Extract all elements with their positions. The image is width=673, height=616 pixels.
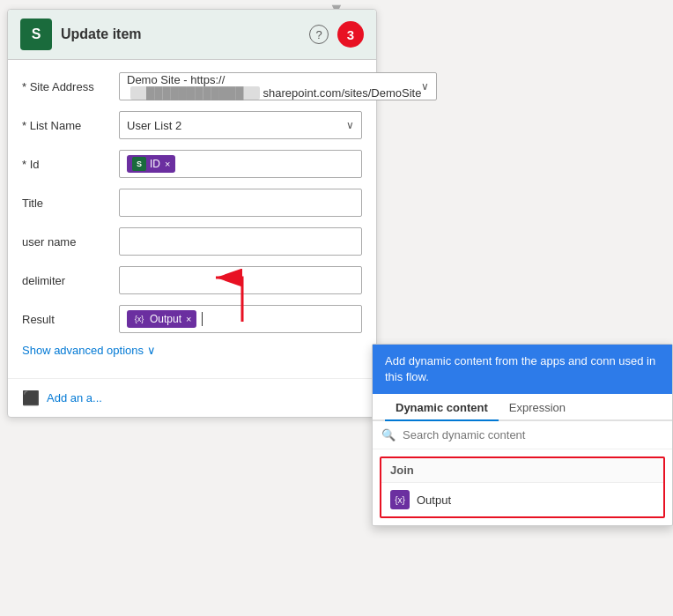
step-badge: 3 bbox=[337, 21, 364, 48]
text-cursor bbox=[202, 312, 203, 326]
list-name-dropdown[interactable]: User List 2 ∨ bbox=[119, 111, 362, 139]
title-field[interactable] bbox=[119, 189, 362, 217]
id-row: * Id S ID × bbox=[22, 150, 362, 178]
id-label: * Id bbox=[22, 158, 119, 171]
add-action-icon: ⬛ bbox=[22, 390, 40, 406]
join-section-label: Join bbox=[381, 458, 663, 483]
result-token-close[interactable]: × bbox=[186, 314, 191, 324]
add-action-label: Add an a... bbox=[47, 391, 102, 404]
title-label: Title bbox=[22, 197, 119, 210]
tab-expression[interactable]: Expression bbox=[499, 394, 576, 419]
result-row: Result {x} Output × bbox=[22, 305, 362, 333]
site-address-value: Demo Site - https://████████████sharepoi… bbox=[127, 73, 421, 100]
delimiter-label: delimiter bbox=[22, 274, 119, 287]
username-row: user name bbox=[22, 227, 362, 256]
result-token: {x} Output × bbox=[127, 310, 196, 328]
output-item-label: Output bbox=[417, 494, 451, 507]
search-dynamic-content-input[interactable] bbox=[403, 428, 663, 442]
id-field[interactable]: S ID × bbox=[119, 150, 362, 178]
card-header: S Update item ? 3 bbox=[8, 10, 376, 60]
username-label: user name bbox=[22, 235, 119, 249]
join-section: Join {x} Output bbox=[380, 456, 665, 518]
card-body: * Site Address Demo Site - https://█████… bbox=[8, 60, 376, 378]
search-icon: 🔍 bbox=[381, 428, 396, 442]
site-address-chevron: ∨ bbox=[421, 80, 429, 93]
list-name-label: * List Name bbox=[22, 119, 119, 132]
help-button[interactable]: ? bbox=[309, 25, 329, 44]
result-field[interactable]: {x} Output × bbox=[119, 305, 362, 333]
advanced-options-toggle[interactable]: Show advanced options ∨ bbox=[22, 344, 156, 357]
update-item-card: S Update item ? 3 * Site Address Demo Si… bbox=[7, 9, 377, 418]
list-name-row: * List Name User List 2 ∨ bbox=[22, 111, 362, 139]
result-label: Result bbox=[22, 313, 119, 326]
id-token-close[interactable]: × bbox=[165, 159, 170, 169]
title-row: Title bbox=[22, 189, 362, 217]
list-name-chevron: ∨ bbox=[346, 119, 354, 131]
result-token-icon: {x} bbox=[132, 312, 146, 326]
id-token: S ID × bbox=[127, 155, 175, 173]
id-token-label: ID bbox=[150, 158, 160, 170]
result-token-label: Output bbox=[150, 313, 181, 325]
add-action-row[interactable]: ⬛ Add an a... bbox=[8, 378, 376, 417]
advanced-chevron-icon: ∨ bbox=[147, 344, 156, 357]
output-token-icon: {x} bbox=[390, 490, 410, 509]
sharepoint-icon: S bbox=[20, 19, 52, 50]
advanced-options-row: Show advanced options ∨ bbox=[22, 344, 362, 357]
output-item[interactable]: {x} Output bbox=[381, 483, 663, 516]
dynamic-content-panel: Add dynamic content from the apps and co… bbox=[372, 344, 673, 526]
delimiter-field[interactable] bbox=[119, 266, 362, 294]
site-address-dropdown[interactable]: Demo Site - https://████████████sharepoi… bbox=[119, 72, 437, 100]
site-address-row: * Site Address Demo Site - https://█████… bbox=[22, 72, 362, 100]
delimiter-row: delimiter bbox=[22, 266, 362, 294]
id-token-icon: S bbox=[132, 157, 146, 171]
list-name-value: User List 2 bbox=[127, 119, 181, 132]
site-address-label: * Site Address bbox=[22, 80, 119, 93]
dynamic-panel-tabs: Dynamic content Expression bbox=[373, 394, 672, 421]
tab-dynamic-content[interactable]: Dynamic content bbox=[385, 394, 499, 421]
dynamic-search-row: 🔍 bbox=[373, 421, 672, 449]
advanced-options-label: Show advanced options bbox=[22, 344, 144, 357]
dynamic-panel-header: Add dynamic content from the apps and co… bbox=[373, 345, 672, 394]
card-title: Update item bbox=[61, 26, 309, 42]
username-field[interactable] bbox=[119, 227, 362, 256]
